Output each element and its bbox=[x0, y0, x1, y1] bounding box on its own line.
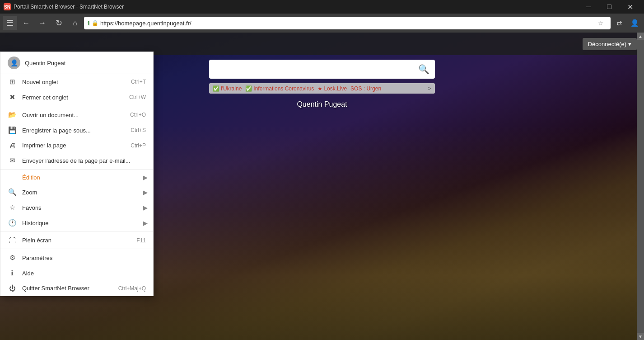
window-title: Portail SmartNet Browser - SmartNet Brow… bbox=[14, 4, 124, 10]
search-box: 🔍 bbox=[209, 60, 435, 79]
disconnect-button[interactable]: Déconnecté(e) ▾ bbox=[583, 38, 637, 50]
print-icon: 🖨 bbox=[8, 142, 17, 149]
open-doc-shortcut: Ctrl+O bbox=[130, 112, 146, 118]
back-button[interactable]: ← bbox=[19, 16, 33, 30]
search-button[interactable]: 🔍 bbox=[418, 64, 429, 75]
bookmark-loski-icon: ★ bbox=[317, 85, 322, 92]
refresh-button[interactable]: ↻ bbox=[51, 16, 66, 30]
address-bar: ℹ 🔒 ☆ bbox=[84, 17, 611, 29]
settings-icon: ⚙ bbox=[8, 254, 17, 262]
search-area: 🔍 bbox=[209, 60, 435, 79]
menu-divider-4 bbox=[0, 249, 153, 249]
menu-user-header: 👤 Quentin Pugeat bbox=[0, 52, 153, 74]
window-controls: ─ □ ✕ bbox=[578, 0, 640, 14]
send-email-label: Envoyer l'adresse de la page par e-mail.… bbox=[22, 157, 146, 164]
menu-item-send-email[interactable]: ✉ Envoyer l'adresse de la page par e-mai… bbox=[0, 153, 153, 168]
scroll-down-button[interactable]: ▼ bbox=[637, 333, 644, 340]
quit-label: Quitter SmartNet Browser bbox=[22, 285, 113, 292]
zoom-label: Zoom bbox=[22, 189, 146, 196]
menu-item-zoom[interactable]: 🔍 Zoom ▶ bbox=[0, 184, 153, 200]
menu-item-quit[interactable]: ⏻ Quitter SmartNet Browser Ctrl+Maj+Q bbox=[0, 281, 153, 296]
new-tab-label: Nouvel onglet bbox=[22, 79, 126, 85]
forward-button[interactable]: → bbox=[35, 16, 50, 30]
bookmark-star-button[interactable]: ☆ bbox=[594, 17, 607, 29]
bookmark-sos[interactable]: SOS : Urgen bbox=[350, 85, 381, 92]
menu-item-close-tab[interactable]: ✖ Fermer cet onglet Ctrl+W bbox=[0, 90, 153, 105]
tools2-button[interactable]: 👤 bbox=[628, 16, 641, 30]
nav-bar: ☰ ← → ↻ ⌂ ℹ 🔒 ☆ ⇄ 👤 bbox=[0, 14, 644, 33]
email-icon: ✉ bbox=[8, 156, 17, 165]
history-icon: 🕐 bbox=[8, 219, 17, 227]
zoom-arrow-icon: ▶ bbox=[143, 189, 148, 196]
menu-item-new-tab[interactable]: ⊞ Nouvel onglet Ctrl+T bbox=[0, 74, 153, 90]
maximize-button[interactable]: □ bbox=[599, 0, 620, 14]
close-tab-shortcut: Ctrl+W bbox=[129, 94, 146, 100]
menu-item-open-doc[interactable]: 📂 Ouvrir un document... Ctrl+O bbox=[0, 107, 153, 123]
settings-label: Paramètres bbox=[22, 255, 146, 261]
print-shortcut: Ctrl+P bbox=[131, 142, 146, 149]
help-label: Aide bbox=[22, 270, 146, 277]
bookmark-covid[interactable]: ✅ Informations Coronavirus bbox=[245, 85, 314, 92]
disconnect-dropdown-icon: ▾ bbox=[628, 41, 631, 47]
close-button[interactable]: ✕ bbox=[620, 0, 640, 14]
menu-divider-2 bbox=[0, 169, 153, 170]
edition-arrow-icon: ▶ bbox=[143, 174, 148, 181]
app-icon: SN bbox=[4, 3, 11, 10]
lock-icon: 🔒 bbox=[92, 20, 98, 26]
menu-item-fullscreen[interactable]: ⛶ Plein écran F11 bbox=[0, 233, 153, 248]
print-label: Imprimer la page bbox=[22, 142, 125, 149]
url-input[interactable] bbox=[100, 20, 593, 27]
bookmark-loski[interactable]: ★ Losk.Live bbox=[317, 85, 347, 92]
favorites-icon: ☆ bbox=[8, 203, 17, 212]
save-page-label: Enregistrer la page sous... bbox=[22, 127, 125, 134]
quit-shortcut: Ctrl+Maj+Q bbox=[118, 285, 146, 292]
help-icon: ℹ bbox=[8, 269, 17, 277]
close-tab-label: Fermer cet onglet bbox=[22, 94, 124, 101]
menu-button[interactable]: ☰ bbox=[3, 16, 17, 30]
favorites-label: Favoris bbox=[22, 204, 146, 211]
fullscreen-shortcut: F11 bbox=[136, 237, 146, 244]
search-input[interactable] bbox=[215, 66, 418, 73]
minimize-button[interactable]: ─ bbox=[578, 0, 599, 14]
save-page-shortcut: Ctrl+S bbox=[131, 127, 146, 133]
menu-divider-1 bbox=[0, 106, 153, 106]
bookmark-loski-label: Losk.Live bbox=[324, 85, 347, 92]
open-doc-label: Ouvrir un document... bbox=[22, 112, 125, 118]
dropdown-menu: 👤 Quentin Pugeat ⊞ Nouvel onglet Ctrl+T … bbox=[0, 52, 154, 296]
menu-divider-3 bbox=[0, 231, 153, 232]
bookmark-ukraine-label: l'Ukraine bbox=[221, 85, 242, 92]
close-tab-icon: ✖ bbox=[8, 93, 17, 101]
bookmark-covid-label: Informations Coronavirus bbox=[253, 85, 314, 92]
menu-item-edition[interactable]: Édition ▶ bbox=[0, 170, 153, 184]
title-bar: SN Portail SmartNet Browser - SmartNet B… bbox=[0, 0, 644, 14]
quit-icon: ⏻ bbox=[8, 284, 17, 292]
save-page-icon: 💾 bbox=[8, 126, 17, 134]
bookmark-sos-label: SOS : Urgen bbox=[350, 85, 381, 92]
bookmarks-more-button[interactable]: > bbox=[428, 85, 431, 92]
bookmark-ukraine[interactable]: ✅ l'Ukraine bbox=[213, 85, 242, 92]
home-button[interactable]: ⌂ bbox=[68, 16, 82, 30]
new-tab-shortcut: Ctrl+T bbox=[131, 79, 146, 85]
tools1-button[interactable]: ⇄ bbox=[612, 16, 626, 30]
browser-content: Déconnecté(e) ▾ 🔍 ✅ l'Ukraine ✅ Informat… bbox=[0, 33, 644, 340]
bookmarks-bar: ✅ l'Ukraine ✅ Informations Coronavirus ★… bbox=[209, 83, 435, 94]
user-greeting: Quentin Pugeat bbox=[297, 100, 347, 109]
menu-item-print[interactable]: 🖨 Imprimer la page Ctrl+P bbox=[0, 138, 153, 153]
fullscreen-label: Plein écran bbox=[22, 237, 131, 244]
disconnect-label: Déconnecté(e) bbox=[588, 41, 626, 47]
edition-label: Édition bbox=[22, 174, 146, 181]
menu-item-help[interactable]: ℹ Aide bbox=[0, 265, 153, 281]
history-arrow-icon: ▶ bbox=[143, 220, 148, 227]
menu-item-favorites[interactable]: ☆ Favoris ▶ bbox=[0, 200, 153, 215]
bookmark-covid-icon: ✅ bbox=[245, 85, 252, 92]
open-doc-icon: 📂 bbox=[8, 111, 17, 119]
menu-item-settings[interactable]: ⚙ Paramètres bbox=[0, 250, 153, 265]
scroll-up-button[interactable]: ▲ bbox=[637, 33, 644, 40]
info-icon: ℹ bbox=[88, 20, 90, 27]
menu-item-save-page[interactable]: 💾 Enregistrer la page sous... Ctrl+S bbox=[0, 123, 153, 138]
history-label: Historique bbox=[22, 220, 146, 227]
menu-item-history[interactable]: 🕐 Historique ▶ bbox=[0, 215, 153, 231]
favorites-arrow-icon: ▶ bbox=[143, 204, 148, 211]
fullscreen-icon: ⛶ bbox=[8, 236, 17, 244]
zoom-icon: 🔍 bbox=[8, 188, 17, 196]
